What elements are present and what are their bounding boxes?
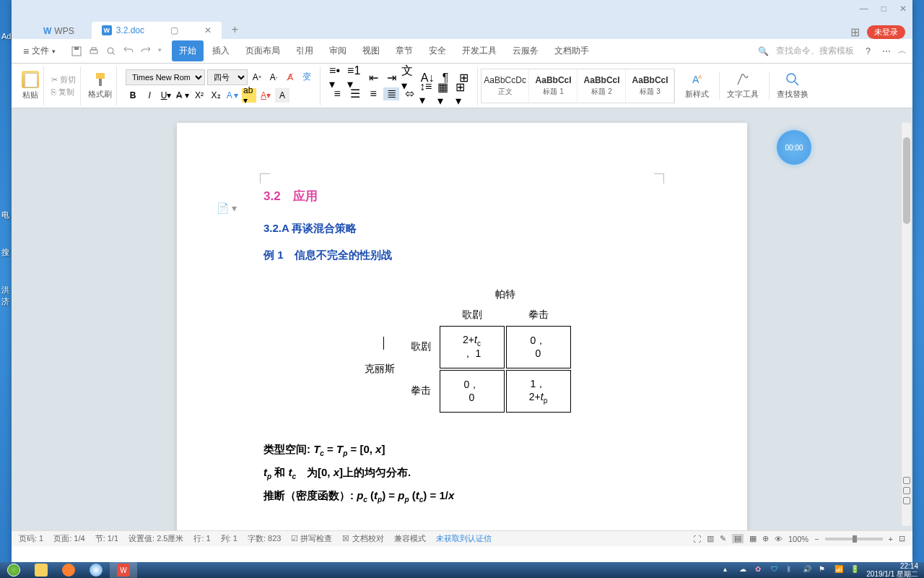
- text-direction-button[interactable]: 文 ▾: [401, 72, 417, 85]
- save-icon[interactable]: [71, 46, 82, 56]
- tab-view[interactable]: 视图: [355, 40, 387, 61]
- undo-icon[interactable]: [123, 46, 134, 56]
- scroll-thumb[interactable]: [903, 137, 910, 224]
- italic-button[interactable]: I: [142, 88, 157, 103]
- preview-icon[interactable]: [106, 46, 116, 56]
- vertical-scrollbar[interactable]: [901, 123, 911, 526]
- align-justify-button[interactable]: ≣: [383, 87, 399, 100]
- minimize-button[interactable]: —: [860, 4, 868, 14]
- paste-button[interactable]: 粘贴: [22, 71, 39, 100]
- status-setting[interactable]: 设置值: 2.5厘米: [128, 533, 183, 544]
- line-spacing-button[interactable]: ↕≡ ▾: [419, 87, 435, 100]
- taskbar-clock[interactable]: 22:14 2019/1/1 星期二: [866, 562, 918, 578]
- increase-indent-button[interactable]: ⇥: [383, 72, 399, 85]
- tray-up-icon[interactable]: ▴: [723, 565, 733, 575]
- style-heading3[interactable]: AaBbCcI标题 3: [627, 69, 674, 103]
- distribute-button[interactable]: ⬄: [401, 87, 417, 100]
- app-tab[interactable]: W WPS: [32, 23, 86, 39]
- tray-network-icon[interactable]: 📶: [834, 565, 845, 575]
- underline-button[interactable]: U ▾: [159, 88, 173, 103]
- maximize-button[interactable]: □: [881, 4, 886, 14]
- taskbar-wps[interactable]: W: [110, 562, 137, 578]
- style-heading2[interactable]: AaBbCcI标题 2: [578, 69, 626, 103]
- view-outline-icon[interactable]: ▦: [749, 534, 757, 543]
- tab-restore-icon[interactable]: ▢: [170, 25, 178, 35]
- tab-insert[interactable]: 插入: [205, 40, 237, 61]
- subscript-button[interactable]: X₂: [209, 88, 223, 103]
- borders-button[interactable]: ⊞ ▾: [456, 87, 471, 100]
- zoom-slider[interactable]: [825, 538, 883, 540]
- tray-cloud-icon[interactable]: ☁: [739, 565, 749, 575]
- tab-home[interactable]: 开始: [172, 40, 204, 61]
- more-button[interactable]: ⋯: [882, 46, 891, 56]
- view-print-icon[interactable]: ▤: [732, 534, 744, 543]
- tab-review[interactable]: 审阅: [322, 40, 354, 61]
- tab-reference[interactable]: 引用: [289, 40, 321, 61]
- document-tab[interactable]: W 3.2.doc ▢ ✕: [92, 22, 222, 39]
- file-menu[interactable]: ≡ 文件 ▾: [17, 45, 61, 57]
- zoom-level[interactable]: 100%: [788, 535, 808, 543]
- tray-volume-icon[interactable]: 🔊: [803, 565, 813, 575]
- highlight-button[interactable]: ab ▾: [242, 88, 256, 103]
- tab-section[interactable]: 章节: [388, 40, 420, 61]
- help-button[interactable]: ?: [861, 46, 875, 56]
- view-fullscreen-icon[interactable]: ⛶: [693, 535, 701, 543]
- taskbar-browser[interactable]: [82, 562, 110, 578]
- redo-icon[interactable]: [141, 46, 151, 56]
- decrease-indent-button[interactable]: ⇤: [365, 72, 381, 85]
- bold-button[interactable]: B: [126, 88, 140, 103]
- status-page-num[interactable]: 页码: 1: [19, 533, 43, 544]
- tab-close-icon[interactable]: ✕: [204, 25, 212, 35]
- tray-bluetooth-icon[interactable]: ᛒ: [787, 565, 797, 575]
- collapse-ribbon-button[interactable]: ︿: [898, 45, 907, 57]
- document-page[interactable]: 📄 ▾ 3.2 应用 3.2.A 再谈混合策略 例 1 信息不完全的性别战 帕特…: [177, 123, 747, 533]
- scroll-next-icon[interactable]: [903, 497, 910, 504]
- scroll-browse-icon[interactable]: [903, 487, 910, 494]
- clear-format-button[interactable]: A̸: [283, 70, 297, 85]
- new-style-button[interactable]: AA 新样式: [678, 72, 716, 100]
- status-spell[interactable]: ☑ 拼写检查: [291, 533, 332, 544]
- style-normal[interactable]: AaBbCcDc正文: [481, 69, 529, 103]
- tab-devtools[interactable]: 开发工具: [455, 40, 504, 61]
- strikethrough-button[interactable]: A̶ ▾: [175, 88, 190, 103]
- zoom-out-button[interactable]: −: [814, 535, 819, 543]
- scroll-prev-icon[interactable]: [903, 477, 910, 484]
- tray-shield-icon[interactable]: 🛡: [771, 565, 781, 575]
- tab-security[interactable]: 安全: [422, 40, 453, 61]
- phonetic-guide-button[interactable]: 变: [300, 70, 314, 85]
- status-words[interactable]: 字数: 823: [248, 533, 281, 544]
- shading-button[interactable]: ▦ ▾: [437, 87, 453, 100]
- print-icon[interactable]: [89, 46, 99, 56]
- status-section[interactable]: 节: 1/1: [95, 533, 118, 544]
- status-page[interactable]: 页面: 1/4: [53, 533, 84, 544]
- align-right-button[interactable]: ≡: [365, 87, 381, 100]
- text-tools-button[interactable]: 文字工具: [719, 72, 766, 100]
- tray-flower-icon[interactable]: ✿: [755, 565, 765, 575]
- align-center-button[interactable]: ☰: [347, 87, 363, 100]
- taskbar-player[interactable]: [55, 562, 82, 578]
- tab-layout[interactable]: 页面布局: [238, 40, 287, 61]
- superscript-button[interactable]: X²: [192, 88, 206, 103]
- font-color-button[interactable]: A ▾: [258, 88, 273, 103]
- workspace[interactable]: 📄 ▾ 3.2 应用 3.2.A 再谈混合策略 例 1 信息不完全的性别战 帕特…: [12, 108, 912, 533]
- view-eye-icon[interactable]: 👁: [775, 535, 783, 543]
- status-col[interactable]: 列: 1: [221, 533, 237, 544]
- tab-cloud[interactable]: 云服务: [505, 40, 546, 61]
- format-painter-button[interactable]: 格式刷: [88, 72, 112, 100]
- status-auth[interactable]: 未获取到认证信: [436, 533, 492, 544]
- tray-flag-icon[interactable]: ⚑: [819, 565, 829, 575]
- start-button[interactable]: [0, 562, 27, 578]
- view-read-icon[interactable]: ▥: [707, 534, 714, 543]
- close-button[interactable]: ✕: [899, 4, 907, 14]
- text-effect-button[interactable]: A ▾: [225, 88, 240, 103]
- view-web-icon[interactable]: ⊕: [762, 534, 769, 543]
- font-name-select[interactable]: Times New Roma: [126, 69, 205, 85]
- tray-battery-icon[interactable]: 🔋: [850, 565, 860, 575]
- grow-font-button[interactable]: A+: [250, 70, 264, 85]
- find-replace-button[interactable]: 查找替换: [769, 72, 816, 100]
- char-shading-button[interactable]: A: [275, 88, 289, 103]
- numbering-button[interactable]: ≡1 ▾: [347, 72, 363, 85]
- shrink-font-button[interactable]: A-: [266, 70, 281, 85]
- bullets-button[interactable]: ≡• ▾: [329, 72, 345, 85]
- copy-button[interactable]: ⎘ 复制: [51, 87, 76, 98]
